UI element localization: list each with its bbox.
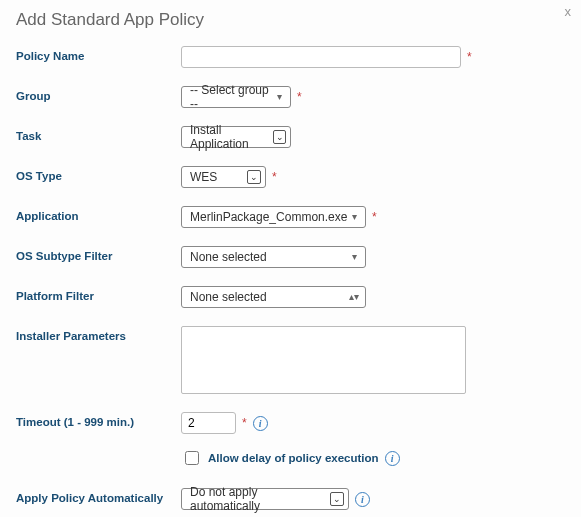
platform-filter-select[interactable]: None selected ▴▾ xyxy=(181,286,366,308)
chevron-down-icon: ▴▾ xyxy=(347,290,361,304)
os-subtype-filter-select[interactable]: None selected ▾ xyxy=(181,246,366,268)
task-select-value: Install Application xyxy=(190,123,273,151)
info-icon[interactable]: i xyxy=(385,451,400,466)
group-select-value: -- Select group -- xyxy=(190,83,273,111)
required-mark: * xyxy=(467,50,472,64)
application-select-value: MerlinPackage_Common.exe (Loc xyxy=(190,210,349,224)
allow-delay-checkbox[interactable] xyxy=(185,451,199,465)
label-application: Application xyxy=(16,206,181,222)
label-installer-parameters: Installer Parameters xyxy=(16,326,181,342)
dialog-title: Add Standard App Policy xyxy=(16,10,565,30)
apply-auto-value: Do not apply automatically xyxy=(190,485,330,513)
required-mark: * xyxy=(372,210,377,224)
label-platform-filter: Platform Filter xyxy=(16,286,181,302)
chevron-down-icon: ⌄ xyxy=(247,170,261,184)
policy-name-input[interactable] xyxy=(181,46,461,68)
label-task: Task xyxy=(16,126,181,142)
installer-parameters-input[interactable] xyxy=(181,326,466,394)
label-timeout: Timeout (1 - 999 min.) xyxy=(16,412,181,428)
chevron-down-icon: ⌄ xyxy=(273,130,286,144)
task-select[interactable]: Install Application ⌄ xyxy=(181,126,291,148)
chevron-down-icon: ▾ xyxy=(273,90,286,104)
chevron-down-icon: ▾ xyxy=(347,250,361,264)
required-mark: * xyxy=(272,170,277,184)
group-select[interactable]: -- Select group -- ▾ xyxy=(181,86,291,108)
platform-filter-value: None selected xyxy=(190,290,267,304)
os-subtype-filter-value: None selected xyxy=(190,250,267,264)
chevron-down-icon: ▾ xyxy=(349,210,361,224)
label-os-type: OS Type xyxy=(16,166,181,182)
label-allow-delay: Allow delay of policy execution xyxy=(208,452,379,464)
required-mark: * xyxy=(242,416,247,430)
required-mark: * xyxy=(297,90,302,104)
chevron-down-icon: ⌄ xyxy=(330,492,344,506)
close-icon[interactable]: x xyxy=(565,4,572,19)
label-apply-auto: Apply Policy Automatically xyxy=(16,488,181,504)
label-group: Group xyxy=(16,86,181,102)
os-type-select-value: WES xyxy=(190,170,217,184)
application-select[interactable]: MerlinPackage_Common.exe (Loc ▾ xyxy=(181,206,366,228)
label-policy-name: Policy Name xyxy=(16,46,181,62)
label-os-subtype-filter: OS Subtype Filter xyxy=(16,246,181,262)
timeout-input[interactable] xyxy=(181,412,236,434)
info-icon[interactable]: i xyxy=(355,492,370,507)
apply-auto-select[interactable]: Do not apply automatically ⌄ xyxy=(181,488,349,510)
os-type-select[interactable]: WES ⌄ xyxy=(181,166,266,188)
info-icon[interactable]: i xyxy=(253,416,268,431)
